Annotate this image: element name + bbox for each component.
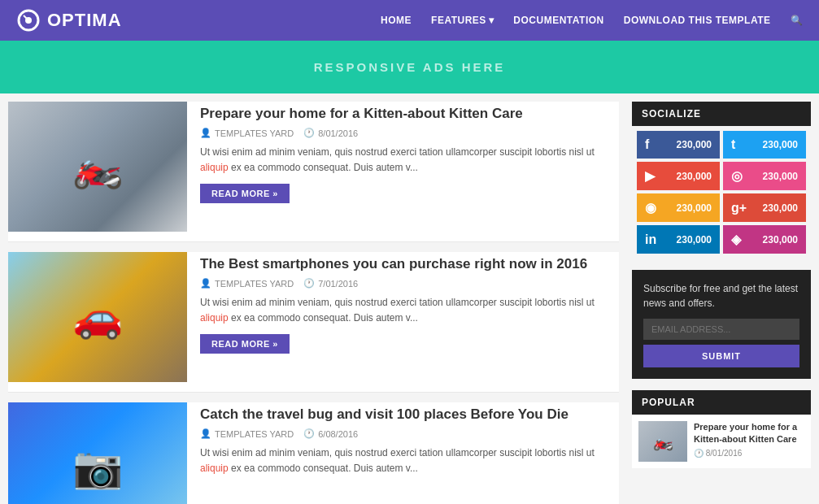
submit-button[interactable]: SUBMIT: [643, 345, 799, 367]
subscribe-widget: Subscribe for free and get the latest ne…: [632, 270, 811, 379]
twitter-count: 230,000: [763, 139, 798, 150]
twitter-icon: t: [731, 137, 735, 152]
sidebar: SOCIALIZE f 230,000 t 230,000 ▶ 230,000 …: [632, 102, 811, 504]
excerpt-link[interactable]: aliquip: [200, 162, 229, 173]
popular-item-image: 🏍️: [638, 421, 687, 462]
logo-text: OPTIMA: [47, 10, 122, 31]
dribbble-count: 230,000: [763, 171, 798, 182]
youtube-count: 230,000: [677, 171, 712, 182]
popular-header: POPULAR: [632, 390, 811, 415]
googleplus-count: 230,000: [763, 202, 798, 214]
articles-list: Prepare your home for a Kitten-about Kit…: [8, 102, 619, 504]
nav-home[interactable]: HOME: [381, 15, 412, 26]
article-content: Prepare your home for a Kitten-about Kit…: [200, 102, 619, 232]
svg-line-2: [24, 15, 27, 19]
article-date: 🕐 6/08/2016: [303, 428, 358, 439]
ads-banner: RESPONSIVE ADS HERE: [0, 41, 819, 93]
search-icon[interactable]: 🔍: [791, 15, 804, 26]
googleplus-icon: g+: [731, 201, 747, 215]
article-title: The Best smartphones you can purchase ri…: [200, 255, 619, 273]
youtube-button[interactable]: ▶ 230,000: [637, 162, 720, 190]
instagram-icon: ◈: [731, 232, 741, 247]
main-container: Prepare your home for a Kitten-about Kit…: [0, 102, 819, 504]
nav-download[interactable]: DOWNLOAD THIS TEMPLATE: [624, 15, 771, 26]
article-title: Prepare your home for a Kitten-about Kit…: [200, 105, 619, 123]
article-author: 👤 TEMPLATES YARD: [200, 278, 294, 289]
social-grid: f 230,000 t 230,000 ▶ 230,000 ◎ 230,000 …: [632, 126, 811, 259]
article-date: 🕐 8/01/2016: [303, 128, 358, 138]
article-card: Catch the travel bug and visit 100 place…: [8, 402, 619, 504]
article-content: Catch the travel bug and visit 100 place…: [200, 402, 619, 504]
article-content: The Best smartphones you can purchase ri…: [200, 252, 619, 382]
popular-item-content: Prepare your home for a Kitten-about Kit…: [694, 421, 804, 462]
article-image: [8, 252, 187, 382]
article-author: 👤 TEMPLATES YARD: [200, 428, 294, 439]
article-excerpt: Ut wisi enim ad minim veniam, quis nostr…: [200, 295, 619, 326]
facebook-button[interactable]: f 230,000: [637, 131, 720, 159]
logo[interactable]: OPTIMA: [16, 8, 122, 33]
email-input[interactable]: [643, 319, 799, 340]
chevron-down-icon: ▾: [489, 15, 494, 26]
twitter-button[interactable]: t 230,000: [723, 131, 806, 159]
rss-button[interactable]: ◉ 230,000: [637, 193, 720, 222]
dribbble-icon: ◎: [731, 168, 743, 184]
popular-item-title: Prepare your home for a Kitten-about Kit…: [694, 421, 804, 446]
clock-icon: 🕐: [303, 428, 315, 439]
socialize-header: SOCIALIZE: [632, 102, 811, 126]
user-icon: 👤: [200, 128, 211, 138]
article-excerpt: Ut wisi enim ad minim veniam, quis nostr…: [200, 445, 619, 476]
excerpt-link[interactable]: aliquip: [200, 463, 229, 474]
instagram-count: 230,000: [763, 234, 798, 245]
user-icon: 👤: [200, 428, 211, 439]
clock-icon: 🕐: [303, 278, 315, 289]
article-image: [8, 402, 187, 504]
clock-icon: 🕐: [694, 449, 704, 458]
nav-features[interactable]: FEATURES ▾: [431, 15, 494, 26]
article-author: 👤 TEMPLATES YARD: [200, 128, 294, 138]
nav-documentation[interactable]: DOCUMENTATION: [513, 15, 603, 26]
linkedin-count: 230,000: [677, 234, 712, 245]
article-card: Prepare your home for a Kitten-about Kit…: [8, 102, 619, 242]
article-meta: 👤 TEMPLATES YARD 🕐 6/08/2016: [200, 428, 619, 439]
excerpt-link[interactable]: aliquip: [200, 312, 229, 324]
article-meta: 👤 TEMPLATES YARD 🕐 8/01/2016: [200, 128, 619, 138]
popular-item: 🏍️ Prepare your home for a Kitten-about …: [632, 415, 811, 468]
logo-icon: [16, 8, 41, 33]
youtube-icon: ▶: [645, 168, 655, 184]
subscribe-text: Subscribe for free and get the latest ne…: [643, 281, 799, 311]
googleplus-button[interactable]: g+ 230,000: [723, 193, 806, 222]
socialize-widget: SOCIALIZE f 230,000 t 230,000 ▶ 230,000 …: [632, 102, 811, 259]
clock-icon: 🕐: [303, 128, 315, 138]
main-nav: HOME FEATURES ▾ DOCUMENTATION DOWNLOAD T…: [381, 15, 803, 26]
popular-item-date: 🕐 8/01/2016: [694, 449, 804, 458]
facebook-icon: f: [645, 137, 649, 152]
article-title: Catch the travel bug and visit 100 place…: [200, 406, 619, 424]
article-date: 🕐 7/01/2016: [303, 278, 358, 289]
read-more-button[interactable]: READ MORE »: [200, 334, 290, 354]
rss-count: 230,000: [677, 202, 712, 214]
popular-widget: POPULAR 🏍️ Prepare your home for a Kitte…: [632, 390, 811, 468]
article-card: The Best smartphones you can purchase ri…: [8, 252, 619, 393]
linkedin-button[interactable]: in 230,000: [637, 225, 720, 254]
article-excerpt: Ut wisi enim ad minim veniam, quis nostr…: [200, 145, 619, 176]
article-meta: 👤 TEMPLATES YARD 🕐 7/01/2016: [200, 278, 619, 289]
linkedin-icon: in: [645, 232, 656, 247]
read-more-button[interactable]: READ MORE »: [200, 184, 290, 203]
facebook-count: 230,000: [677, 139, 712, 150]
dribbble-button[interactable]: ◎ 230,000: [723, 162, 806, 190]
instagram-button[interactable]: ◈ 230,000: [723, 225, 806, 254]
rss-icon: ◉: [645, 200, 656, 215]
banner-text: RESPONSIVE ADS HERE: [314, 60, 506, 74]
article-image: [8, 102, 187, 232]
header: OPTIMA HOME FEATURES ▾ DOCUMENTATION DOW…: [0, 0, 819, 41]
user-icon: 👤: [200, 278, 211, 289]
